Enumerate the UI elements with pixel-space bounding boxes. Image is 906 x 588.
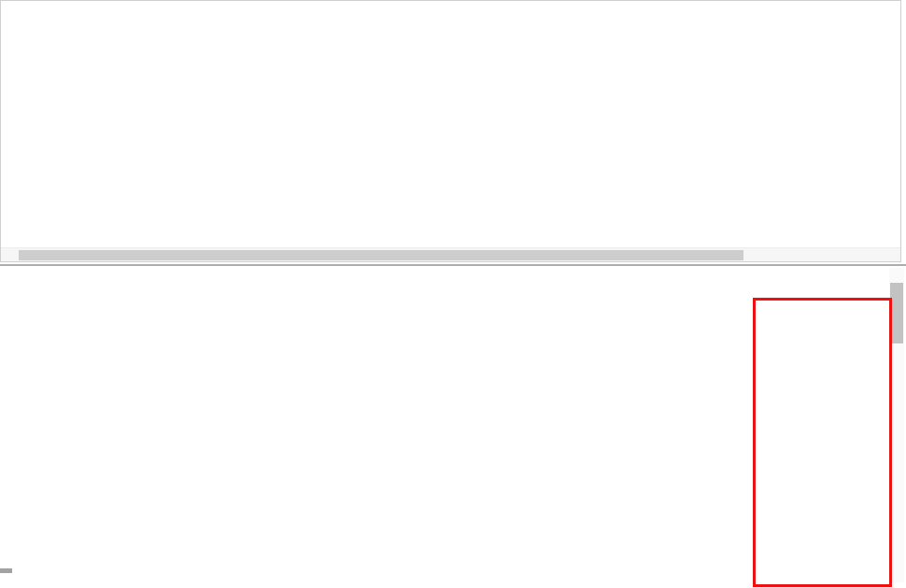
output-vertical-scrollbar[interactable] [889, 268, 904, 582]
vertical-scrollbar-thumb[interactable] [890, 283, 903, 343]
horizontal-scrollbar-thumb[interactable] [19, 250, 743, 260]
partial-horizontal-scrollbar[interactable] [0, 568, 12, 573]
code-lines[interactable] [1, 1, 900, 247]
notebook-page [0, 0, 906, 588]
cell-output-divider [0, 264, 906, 266]
code-cell[interactable] [0, 0, 901, 262]
code-horizontal-scrollbar[interactable] [1, 247, 900, 261]
output-area [0, 267, 888, 588]
